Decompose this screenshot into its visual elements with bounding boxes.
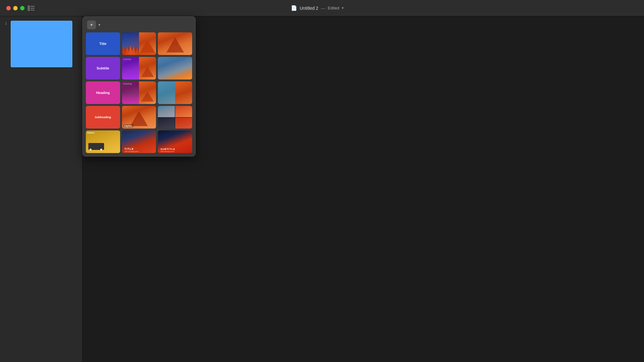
photo-left-nyc: Title — [122, 32, 139, 55]
title-blue-label: Title — [99, 42, 106, 46]
photo-left-purple: Subtitle — [122, 57, 139, 80]
layout-title-blue[interactable]: Title — [86, 32, 120, 55]
svg-rect-3 — [31, 10, 35, 10]
titlebar: 📄 Untitled 2 — Edited ▾ — [0, 0, 644, 16]
svg-rect-2 — [31, 8, 35, 8]
fullscreen-button[interactable] — [20, 6, 25, 10]
layout-grid: Title Title — [86, 32, 192, 153]
document-icon: 📄 — [291, 5, 297, 11]
svg-rect-0 — [28, 5, 30, 11]
svg-rect-1 — [31, 6, 35, 7]
caption-label: Caption — [123, 124, 133, 127]
titlebar-left — [6, 5, 35, 11]
title-chevron-icon[interactable]: ▾ — [342, 6, 344, 10]
title-bg-label: TITLE — [125, 147, 134, 151]
minimize-button[interactable] — [13, 6, 18, 10]
layout-title-bg[interactable]: TITLE with background — [122, 130, 156, 153]
add-slide-button[interactable]: + — [87, 20, 96, 29]
titlebar-center: 📄 Untitled 2 — Edited ▾ — [291, 5, 344, 11]
subtitle-purple-label: Subtitle — [97, 66, 109, 70]
layout-subheading-red[interactable]: Subheading — [86, 106, 120, 129]
photo-right-pyramid — [139, 32, 156, 55]
edited-status: Edited — [328, 6, 339, 10]
layout-black-split[interactable] — [158, 106, 192, 129]
traffic-lights — [6, 6, 25, 10]
layout-heading-photo1[interactable]: Heading — [122, 81, 156, 104]
layout-subtitle-photo2[interactable] — [158, 57, 192, 80]
photo-right-bridge — [139, 81, 156, 104]
split-cell-3 — [158, 118, 175, 129]
layout-heading-pink[interactable]: Heading — [86, 81, 120, 104]
slides-sidebar: 1 — [0, 16, 82, 362]
dropdown-chevron-icon[interactable]: ▾ — [98, 23, 100, 27]
title-bg-sublabel: with background — [125, 151, 138, 152]
main-layout: 1 + ▾ Title Tit — [0, 16, 644, 362]
photo-right-pyramid2 — [139, 57, 156, 80]
slide-number-1: 1 — [3, 21, 9, 25]
heading-pink-label: Heading — [96, 91, 110, 95]
photo-left-pink: Heading — [122, 81, 139, 104]
layout-title-photo1[interactable]: Title — [122, 32, 156, 55]
layout-station-yellow[interactable]: Station — [86, 130, 120, 153]
layout-subtitle-photo1[interactable]: Subtitle — [122, 57, 156, 80]
subtitle-bg-sublabel: with background — [160, 151, 174, 152]
split-cell-2 — [175, 106, 192, 117]
layout-caption-photo[interactable]: Caption — [122, 106, 156, 129]
title-separator: — — [321, 6, 325, 11]
station-label: Station — [87, 132, 95, 134]
layout-subtitle-bg[interactable]: SUBTITLE with background — [158, 130, 192, 153]
layout-title-photo2[interactable] — [158, 32, 192, 55]
document-title: Untitled 2 — [300, 6, 318, 11]
slide-layout-popup: + ▾ Title Title — [82, 16, 196, 156]
split-cell-1 — [158, 106, 175, 117]
subheading-red-label: Subheading — [95, 116, 111, 119]
popup-header: + ▾ — [86, 20, 192, 30]
layout-subtitle-purple[interactable]: Subtitle — [86, 57, 120, 80]
subtitle-bg-label: SUBTITLE — [160, 148, 175, 151]
split-cell-4 — [175, 118, 192, 129]
sidebar-toggle-button[interactable] — [28, 5, 35, 11]
close-button[interactable] — [6, 6, 11, 10]
plus-icon: + — [90, 22, 93, 28]
slide-thumbnail-1[interactable] — [11, 21, 72, 67]
layout-heading-photo2[interactable] — [158, 81, 192, 104]
content-area: + ▾ Title Title — [82, 16, 644, 362]
slide-item-1[interactable]: 1 — [2, 19, 80, 69]
